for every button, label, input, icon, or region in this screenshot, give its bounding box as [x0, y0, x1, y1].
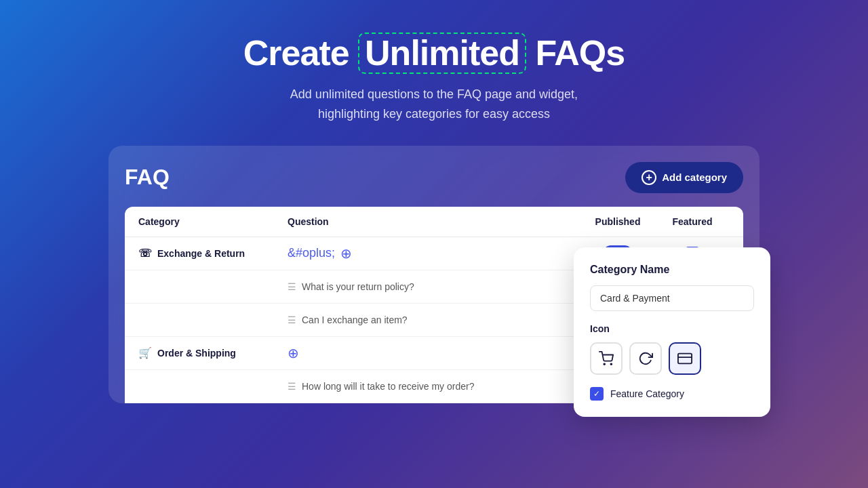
table-header: Category Question Published Featured: [125, 207, 743, 237]
question-exchange-item: ☰ Can I exchange an item?: [288, 314, 580, 325]
feature-category-checkbox[interactable]: ✓: [590, 387, 604, 401]
add-category-button[interactable]: + Add category: [625, 162, 743, 193]
feature-category-row: ✓ Feature Category: [590, 387, 754, 401]
add-category-popup: Category Name Icon: [574, 247, 770, 417]
svg-point-0: [604, 363, 605, 365]
hero-title: Create Unlimited FAQs: [243, 33, 625, 74]
add-circle-icon[interactable]: ⊕: [288, 345, 299, 361]
title-highlight: Unlimited: [358, 33, 526, 74]
add-question-cell[interactable]: &#oplus; ⊕: [288, 245, 580, 262]
drag-icon: ☰: [288, 281, 296, 292]
icon-grid: [590, 342, 754, 375]
col-published: Published: [580, 216, 655, 227]
card-icon-btn[interactable]: [669, 342, 701, 375]
drag-icon: ☰: [288, 314, 296, 325]
category-label: Order & Shipping: [157, 348, 236, 359]
question-text: How long will it take to receive my orde…: [302, 381, 474, 392]
add-category-icon: +: [642, 170, 656, 185]
refresh-icon-btn[interactable]: [629, 342, 662, 375]
add-category-label: Add category: [662, 171, 727, 183]
svg-rect-2: [678, 353, 692, 363]
card-header: FAQ + Add category: [125, 162, 743, 193]
hero-section: Create Unlimited FAQs Add unlimited ques…: [243, 0, 625, 146]
question-text: Can I exchange an item?: [302, 314, 408, 325]
category-name-input[interactable]: [590, 285, 754, 311]
category-label: Exchange & Return: [157, 248, 245, 259]
title-end: FAQs: [526, 33, 625, 73]
main-card: FAQ + Add category Category Question Pub…: [108, 146, 760, 403]
col-featured: Featured: [655, 216, 730, 227]
feature-category-label: Feature Category: [610, 388, 684, 399]
category-exchange-return: ☏ Exchange & Return: [138, 247, 288, 260]
subtitle-line1: Add unlimited questions to the FAQ page …: [290, 87, 578, 101]
category-order-shipping: 🛒 Order & Shipping: [138, 346, 288, 359]
card-title: FAQ: [125, 165, 170, 190]
question-delivery-time: ☰ How long will it take to receive my or…: [288, 381, 580, 392]
hero-subtitle: Add unlimited questions to the FAQ page …: [251, 85, 617, 124]
popup-title: Category Name: [590, 264, 754, 276]
question-return-policy: ☰ What is your return policy?: [288, 281, 580, 292]
title-start: Create: [243, 33, 358, 73]
col-question: Question: [288, 216, 580, 227]
svg-point-1: [610, 363, 612, 365]
add-circle-icon[interactable]: ⊕: [340, 245, 352, 262]
subtitle-line2: highlighting key categories for easy acc…: [318, 107, 550, 121]
exchange-icon: ☏: [138, 247, 152, 260]
icon-section-label: Icon: [590, 323, 754, 334]
col-category: Category: [138, 216, 288, 227]
drag-icon: ☰: [288, 381, 296, 392]
cart-icon: 🛒: [138, 346, 152, 359]
add-question-cell[interactable]: ⊕: [288, 345, 580, 361]
cart-icon-btn[interactable]: [590, 342, 623, 375]
add-question-icon[interactable]: &#oplus;: [288, 246, 335, 260]
question-text: What is your return policy?: [302, 281, 414, 292]
